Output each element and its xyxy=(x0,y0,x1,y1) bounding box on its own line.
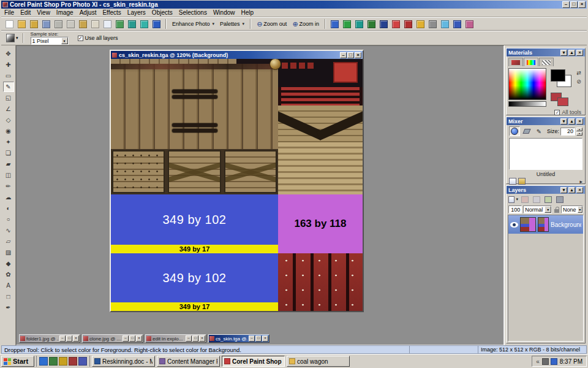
scratch-remover-tool[interactable]: ▰ xyxy=(3,159,14,169)
materials-tab-rainbow[interactable] xyxy=(524,58,538,66)
mixer-menu-button[interactable] xyxy=(560,118,567,125)
document-close-button[interactable] xyxy=(355,52,361,58)
transparency-icon[interactable] xyxy=(575,78,582,85)
auto-balance-icon[interactable] xyxy=(341,18,353,29)
min-doc-close-button[interactable] xyxy=(136,335,142,342)
print-icon[interactable] xyxy=(65,18,77,29)
open-file-icon[interactable] xyxy=(16,18,28,29)
min-doc-close-button[interactable] xyxy=(73,335,79,342)
window-titlebar[interactable]: Corel Paint Shop Pro Photo XI - cs_skin_… xyxy=(1,1,587,9)
menu-file[interactable]: File xyxy=(1,9,17,17)
menu-image[interactable]: Image xyxy=(53,9,77,17)
preset-shape-tool[interactable]: □ xyxy=(3,291,14,302)
pan-tool[interactable]: ✥ xyxy=(3,48,14,59)
materials-menu-button[interactable] xyxy=(560,50,567,56)
menu-window[interactable]: Window xyxy=(210,9,238,17)
selection-tool[interactable]: ▭ xyxy=(3,71,14,81)
min-doc-minimize-button[interactable] xyxy=(123,335,129,342)
menu-help[interactable]: Help xyxy=(238,9,257,17)
document-maximize-button[interactable] xyxy=(347,52,354,58)
chevron-down-icon[interactable] xyxy=(61,37,68,44)
eraser-tool[interactable]: ▱ xyxy=(3,236,14,247)
text-tool[interactable]: A xyxy=(3,280,14,291)
crop-tool[interactable]: ◱ xyxy=(3,93,14,103)
new-layer-button[interactable] xyxy=(508,195,518,204)
copy-icon[interactable] xyxy=(102,18,113,29)
mixer-new-page-icon[interactable] xyxy=(509,178,516,185)
color-picker-area[interactable] xyxy=(508,68,546,100)
mixer-titlebar[interactable]: Mixer xyxy=(507,117,585,125)
mixer-size-input[interactable]: 20 xyxy=(560,128,575,136)
menu-effects[interactable]: Effects xyxy=(99,9,124,17)
dodge-tool[interactable]: ○ xyxy=(3,214,14,224)
color-balance-icon[interactable] xyxy=(366,18,377,29)
min-doc-restore-button[interactable] xyxy=(66,335,72,342)
sample-size-select[interactable]: 1 Pixel xyxy=(31,37,69,45)
mixer-dropper-tool[interactable] xyxy=(533,126,545,136)
document-canvas[interactable]: 349 by 102 349 by 17 349 by 102 349 by 1… xyxy=(111,59,363,311)
min-doc-folder1[interactable]: folder1.jpg @ ... xyxy=(19,334,80,343)
smart-fix-icon[interactable] xyxy=(353,18,365,29)
restore-button[interactable] xyxy=(570,1,578,8)
layer-mask-button[interactable] xyxy=(555,195,565,204)
minimize-button[interactable] xyxy=(562,1,570,8)
document-titlebar[interactable]: cs_skin_reskin.tga @ 120% (Background) xyxy=(111,51,363,59)
gray-ramp-bar[interactable] xyxy=(508,101,546,107)
zoom-out-button[interactable]: Zoom out xyxy=(254,18,289,29)
quick-launch-icon-1[interactable] xyxy=(39,357,48,366)
save-icon[interactable] xyxy=(40,18,52,29)
background-material-swatch[interactable] xyxy=(557,98,568,106)
min-doc-minimize-button[interactable] xyxy=(186,335,192,342)
curves-icon[interactable] xyxy=(378,18,390,29)
fill-flash-icon[interactable] xyxy=(415,18,426,29)
smudge-tool[interactable]: ∿ xyxy=(3,225,14,236)
mixer-load-page-icon[interactable] xyxy=(518,178,526,185)
layers-menu-button[interactable] xyxy=(560,187,567,193)
mixer-size-spinner[interactable] xyxy=(576,128,582,136)
min-doc-close-button[interactable] xyxy=(199,335,205,342)
mixer-rollup-button[interactable] xyxy=(568,118,575,125)
effects-browser-icon[interactable] xyxy=(451,18,463,29)
paint-brush-tool[interactable]: ✏ xyxy=(3,181,14,191)
menu-layers[interactable]: Layers xyxy=(124,9,149,17)
start-button[interactable]: Start xyxy=(1,356,34,367)
makeover-icon[interactable] xyxy=(402,18,414,29)
picture-frame-icon[interactable] xyxy=(464,18,475,29)
flood-fill-tool[interactable]: ◆ xyxy=(3,258,14,269)
straighten-tool[interactable]: ∠ xyxy=(3,104,14,114)
backlight-icon[interactable] xyxy=(427,18,439,29)
red-eye-icon[interactable] xyxy=(390,18,402,29)
task-reskinning-doc[interactable]: Reskinning.doc - Microso... xyxy=(92,356,155,367)
swap-colors-icon[interactable] xyxy=(575,69,582,77)
zoom-in-button[interactable]: Zoom in xyxy=(290,18,322,29)
move-tool[interactable]: ✚ xyxy=(3,59,14,70)
materials-rollup-button[interactable] xyxy=(568,50,575,56)
pen-tool[interactable]: ✒ xyxy=(3,302,14,313)
tray-volume-icon[interactable] xyxy=(542,358,549,365)
palettes-button[interactable]: Palettes xyxy=(217,18,247,29)
materials-tab-frame[interactable] xyxy=(508,58,523,66)
min-doc-minimize-button[interactable] xyxy=(249,335,255,342)
quick-launch-icon-3[interactable] xyxy=(59,357,67,366)
chevron-down-icon[interactable] xyxy=(578,206,582,213)
task-corel-psp[interactable]: Corel Paint Shop Pro ... xyxy=(222,356,285,367)
min-doc-minimize-button[interactable] xyxy=(59,335,66,342)
makeover-tool[interactable]: ✦ xyxy=(3,137,14,147)
browse-icon[interactable] xyxy=(28,18,40,29)
menu-edit[interactable]: Edit xyxy=(17,9,34,17)
dropper-tool[interactable]: ✎ xyxy=(3,82,14,92)
min-doc-edit-in-explorer[interactable]: edit in explo... xyxy=(145,334,206,343)
twain-icon[interactable] xyxy=(138,18,150,29)
min-doc-restore-button[interactable] xyxy=(255,335,262,342)
duplicate-layer-button[interactable] xyxy=(532,195,541,204)
lighten-darken-tool[interactable]: ◐ xyxy=(3,203,14,213)
menu-view[interactable]: View xyxy=(34,9,53,17)
mixer-knife-tool[interactable] xyxy=(521,126,532,136)
chevron-down-icon[interactable] xyxy=(545,206,551,213)
quick-launch-icon-4[interactable] xyxy=(69,357,77,366)
undo-icon[interactable] xyxy=(77,18,89,29)
all-tools-checkbox[interactable]: All tools xyxy=(507,109,585,117)
link-set-select[interactable]: None xyxy=(561,205,583,213)
task-coal-wagon[interactable]: coal wagon xyxy=(287,356,350,367)
materials-titlebar[interactable]: Materials xyxy=(507,48,585,56)
